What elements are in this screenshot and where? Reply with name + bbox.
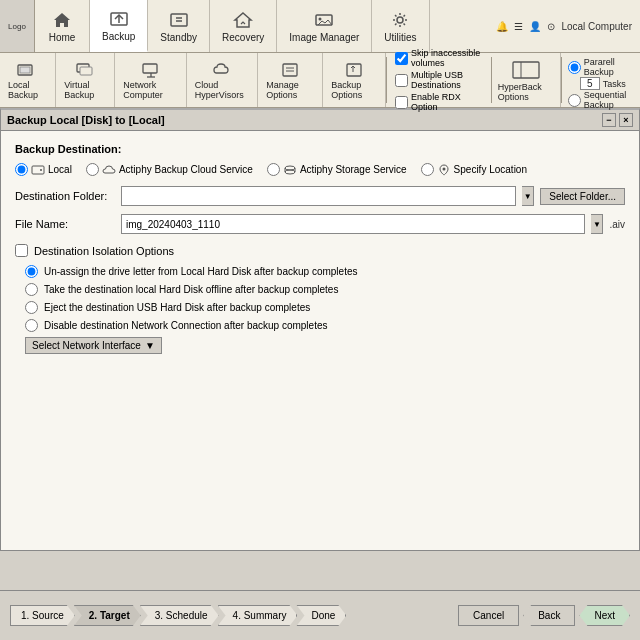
local-backup-icon xyxy=(17,60,39,80)
svg-point-24 xyxy=(285,166,295,170)
local-radio[interactable] xyxy=(15,163,28,176)
svg-rect-20 xyxy=(513,62,539,78)
image-manager-icon xyxy=(314,10,334,30)
folder-dropdown-arrow[interactable]: ▼ xyxy=(522,186,534,206)
actiphy-cloud-option[interactable]: Actiphy Backup Cloud Service xyxy=(86,163,253,176)
nav-recovery[interactable]: Recovery xyxy=(210,0,277,52)
actiphy-storage-option[interactable]: Actiphy Storage Service xyxy=(267,163,407,176)
tb2-network-computer[interactable]: Network Computer xyxy=(115,53,187,107)
wizard-footer: 1. Source 2. Target 3. Schedule 4. Summa… xyxy=(0,590,640,640)
nav-standby[interactable]: Standby xyxy=(148,0,210,52)
cloud-icon xyxy=(102,164,116,176)
actiphy-storage-radio[interactable] xyxy=(267,163,280,176)
tb2-backup-options[interactable]: Backup Options xyxy=(323,53,386,107)
destination-row: Backup Destination: Local Actiphy Backup… xyxy=(15,143,625,176)
folder-input[interactable] xyxy=(121,186,516,206)
nav-items: Home Backup Standby Recovery Image Manag… xyxy=(35,0,430,52)
parallel-backup-row: Pararell Backup xyxy=(568,57,634,77)
skip-checkbox[interactable]: Skip inaccessible volumes xyxy=(395,48,483,68)
nav-home[interactable]: Home xyxy=(35,0,90,52)
wizard-step-target[interactable]: 2. Target xyxy=(74,605,141,626)
tb2-manage-options[interactable]: Manage Options xyxy=(258,53,323,107)
svg-point-27 xyxy=(285,170,295,174)
wizard-step-summary[interactable]: 4. Summary xyxy=(218,605,298,626)
list-icon[interactable]: ☰ xyxy=(514,21,523,32)
isolation-checkbox[interactable] xyxy=(15,244,28,257)
svg-rect-12 xyxy=(143,64,157,73)
filename-input[interactable] xyxy=(121,214,585,234)
virtual-backup-icon xyxy=(74,60,96,80)
isolation-offline-radio[interactable] xyxy=(25,283,38,296)
home-icon xyxy=(52,10,72,30)
isolation-option-unassign[interactable]: Un-assign the drive letter from Local Ha… xyxy=(15,265,625,278)
network-computer-icon xyxy=(140,60,162,80)
multiple-usb-checkbox[interactable]: Multiple USB Destinations xyxy=(395,70,483,90)
filename-label: File Name: xyxy=(15,218,115,230)
select-folder-button[interactable]: Select Folder... xyxy=(540,188,625,205)
logo: Logo xyxy=(0,0,35,52)
svg-point-28 xyxy=(442,167,445,170)
close-button[interactable]: × xyxy=(619,113,633,127)
svg-point-23 xyxy=(40,169,42,171)
tb2-virtual-backup[interactable]: Virtual Backup xyxy=(56,53,115,107)
nav-utilities[interactable]: Utilities xyxy=(372,0,429,52)
network-dropdown[interactable]: Select Network Interface ▼ xyxy=(25,337,162,354)
folder-row: Destination Folder: ▼ Select Folder... xyxy=(15,186,625,206)
top-nav: Logo Home Backup Standby Recovery Image … xyxy=(0,0,640,53)
enable-rdx-checkbox[interactable]: Enable RDX Option xyxy=(395,92,483,112)
minimize-button[interactable]: − xyxy=(602,113,616,127)
isolation-eject-radio[interactable] xyxy=(25,301,38,314)
folder-label: Destination Folder: xyxy=(15,190,115,202)
next-button[interactable]: Next xyxy=(579,605,630,626)
skip-checkbox-input[interactable] xyxy=(395,52,408,65)
isolation-option-eject[interactable]: Eject the destination USB Hard Disk afte… xyxy=(15,301,625,314)
storage-icon xyxy=(283,164,297,176)
isolation-disable-radio[interactable] xyxy=(25,319,38,332)
isolation-option-disable[interactable]: Disable destination Network Connection a… xyxy=(15,319,625,332)
actiphy-cloud-radio[interactable] xyxy=(86,163,99,176)
manage-options-icon xyxy=(279,60,301,80)
local-option[interactable]: Local xyxy=(15,163,72,176)
toolbar2: Local Backup Virtual Backup Network Comp… xyxy=(0,53,640,108)
svg-rect-2 xyxy=(171,14,187,26)
wizard-step-source[interactable]: 1. Source xyxy=(10,605,75,626)
network-dropdown-arrow: ▼ xyxy=(145,340,155,351)
sequential-row: Sequential Backup xyxy=(568,90,634,110)
wizard-step-done[interactable]: Done xyxy=(296,605,346,626)
svg-rect-5 xyxy=(316,15,332,25)
window-titlebar: Backup Local [Disk] to [Local] − × xyxy=(0,108,640,131)
enable-rdx-checkbox-input[interactable] xyxy=(395,96,408,109)
sequential-radio[interactable] xyxy=(568,94,581,107)
wizard-steps: 1. Source 2. Target 3. Schedule 4. Summa… xyxy=(10,605,345,626)
recovery-icon xyxy=(233,10,253,30)
filename-dropdown-arrow[interactable]: ▼ xyxy=(591,214,603,234)
back-button[interactable]: Back xyxy=(523,605,575,626)
nav-right: 🔔 ☰ 👤 ⊙ Local Computer xyxy=(488,0,640,52)
filename-row: File Name: ▼ .aiv xyxy=(15,214,625,234)
multiple-usb-checkbox-input[interactable] xyxy=(395,74,408,87)
isolation-unassign-radio[interactable] xyxy=(25,265,38,278)
globe-icon[interactable]: ⊙ xyxy=(547,21,555,32)
backup-options-icon xyxy=(343,60,365,80)
isolation-option-offline[interactable]: Take the destination local Hard Disk off… xyxy=(15,283,625,296)
svg-rect-18 xyxy=(347,64,361,76)
isolation-header: Destination Isolation Options xyxy=(15,244,625,257)
specify-location-radio[interactable] xyxy=(421,163,434,176)
specify-location-option[interactable]: Specify Location xyxy=(421,163,527,176)
svg-point-7 xyxy=(397,17,403,23)
cloud-hypervisors-icon xyxy=(211,60,233,80)
tb2-cloud-hypervisors[interactable]: Cloud HyperVisors xyxy=(187,53,258,107)
tasks-row: 5 Tasks xyxy=(580,77,634,90)
wizard-step-schedule[interactable]: 3. Schedule xyxy=(140,605,219,626)
isolation-section: Destination Isolation Options Un-assign … xyxy=(15,244,625,354)
local-computer-label: Local Computer xyxy=(561,21,632,32)
cancel-button[interactable]: Cancel xyxy=(458,605,519,626)
tb2-local-backup[interactable]: Local Backup xyxy=(0,53,56,107)
svg-rect-11 xyxy=(80,67,92,75)
tb2-hyperback[interactable]: HyperBack Options xyxy=(492,53,561,107)
nav-backup[interactable]: Backup xyxy=(90,0,148,52)
parallel-radio[interactable] xyxy=(568,61,581,74)
bell-icon[interactable]: 🔔 xyxy=(496,21,508,32)
nav-image-manager[interactable]: Image Manager xyxy=(277,0,372,52)
user-icon[interactable]: 👤 xyxy=(529,21,541,32)
